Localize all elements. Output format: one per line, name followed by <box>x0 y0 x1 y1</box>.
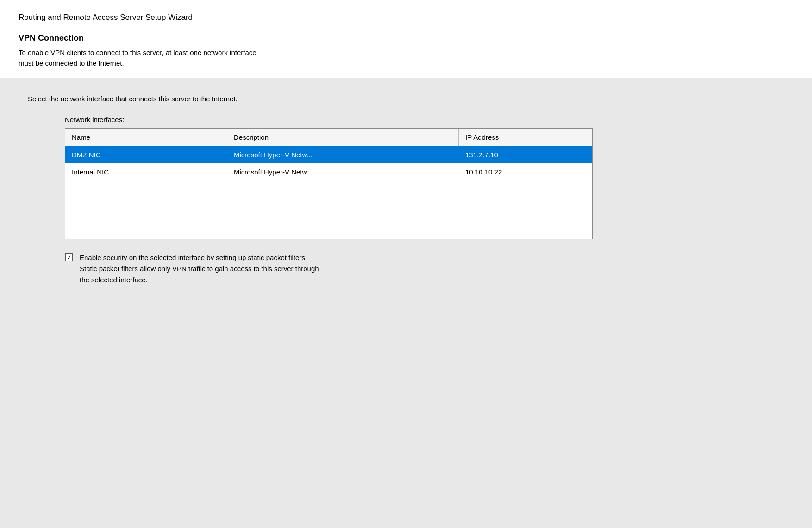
network-interfaces-label: Network interfaces: <box>65 116 784 124</box>
section-description: To enable VPN clients to connect to this… <box>19 48 380 68</box>
row-2-ip-address: 10.10.10.22 <box>459 163 593 180</box>
select-instruction: Select the network interface that connec… <box>28 95 784 103</box>
row-1-description: Microsoft Hyper-V Netw... <box>227 146 459 163</box>
checkbox-label: Enable security on the selected interfac… <box>80 252 319 286</box>
checkbox-label-line1: Enable security on the selected interfac… <box>80 254 307 261</box>
row-1-ip-address: 131.2.7.10 <box>459 146 593 163</box>
row-2-name: Internal NIC <box>65 163 227 180</box>
security-checkbox[interactable]: ✓ <box>65 253 73 261</box>
table-body: DMZ NIC Microsoft Hyper-V Netw... 131.2.… <box>65 146 592 239</box>
checkbox-label-line3: the selected interface. <box>80 276 148 284</box>
description-line1: To enable VPN clients to connect to this… <box>19 49 256 56</box>
wizard-body: Select the network interface that connec… <box>0 78 812 528</box>
checkmark-icon: ✓ <box>67 255 72 261</box>
description-line2: must be connected to the Internet. <box>19 59 124 67</box>
network-interfaces-table[interactable]: Name Description IP Address DMZ NIC Micr… <box>65 128 593 239</box>
wizard-container: Routing and Remote Access Server Setup W… <box>0 0 812 528</box>
table-row[interactable]: Internal NIC Microsoft Hyper-V Netw... 1… <box>65 163 592 180</box>
table-header: Name Description IP Address <box>65 129 592 146</box>
checkbox-label-line2: Static packet filters allow only VPN tra… <box>80 265 319 273</box>
row-2-description: Microsoft Hyper-V Netw... <box>227 163 459 180</box>
wizard-header: Routing and Remote Access Server Setup W… <box>0 0 812 78</box>
row-1-name: DMZ NIC <box>65 146 227 163</box>
wizard-title: Routing and Remote Access Server Setup W… <box>19 13 793 22</box>
column-header-ip-address: IP Address <box>459 129 593 146</box>
section-heading: VPN Connection <box>19 33 793 43</box>
table-row[interactable]: DMZ NIC Microsoft Hyper-V Netw... 131.2.… <box>65 146 592 163</box>
security-checkbox-wrapper[interactable]: ✓ <box>65 253 73 261</box>
column-header-description: Description <box>227 129 459 146</box>
checkbox-section: ✓ Enable security on the selected interf… <box>65 252 574 286</box>
column-header-name: Name <box>65 129 227 146</box>
